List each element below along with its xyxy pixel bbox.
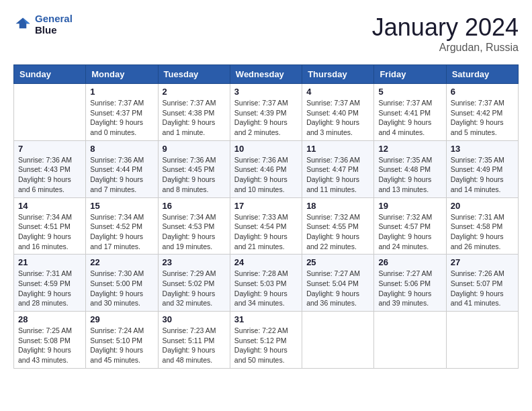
- calendar-cell: 2Sunrise: 7:37 AM Sunset: 4:38 PM Daylig…: [158, 84, 230, 141]
- day-number: 11: [306, 144, 369, 154]
- day-number: 25: [306, 257, 369, 267]
- day-number: 16: [163, 201, 226, 211]
- day-number: 29: [90, 314, 153, 324]
- day-number: 2: [163, 87, 226, 97]
- calendar-week-2: 14Sunrise: 7:34 AM Sunset: 4:51 PM Dayli…: [14, 197, 519, 255]
- calendar-cell: [14, 84, 86, 141]
- day-info: Sunrise: 7:37 AM Sunset: 4:38 PM Dayligh…: [163, 98, 226, 138]
- day-info: Sunrise: 7:37 AM Sunset: 4:42 PM Dayligh…: [451, 98, 514, 138]
- day-info: Sunrise: 7:34 AM Sunset: 4:53 PM Dayligh…: [163, 212, 226, 252]
- day-info: Sunrise: 7:35 AM Sunset: 4:48 PM Dayligh…: [378, 155, 441, 195]
- calendar-cell: 14Sunrise: 7:34 AM Sunset: 4:51 PM Dayli…: [14, 197, 86, 255]
- day-number: 20: [451, 201, 514, 211]
- day-info: Sunrise: 7:34 AM Sunset: 4:51 PM Dayligh…: [18, 212, 81, 252]
- calendar-cell: 18Sunrise: 7:32 AM Sunset: 4:55 PM Dayli…: [302, 197, 374, 255]
- calendar-cell: 8Sunrise: 7:36 AM Sunset: 4:44 PM Daylig…: [86, 140, 158, 197]
- day-info: Sunrise: 7:33 AM Sunset: 4:54 PM Dayligh…: [234, 212, 298, 252]
- day-info: Sunrise: 7:22 AM Sunset: 5:12 PM Dayligh…: [234, 326, 298, 365]
- page-header: General Blue January 2024 Argudan, Russi…: [13, 13, 519, 54]
- calendar-cell: 11Sunrise: 7:36 AM Sunset: 4:47 PM Dayli…: [302, 140, 374, 197]
- day-info: Sunrise: 7:37 AM Sunset: 4:37 PM Dayligh…: [90, 98, 153, 138]
- day-info: Sunrise: 7:36 AM Sunset: 4:43 PM Dayligh…: [18, 155, 81, 195]
- day-number: 18: [306, 201, 369, 211]
- day-info: Sunrise: 7:37 AM Sunset: 4:41 PM Dayligh…: [378, 98, 441, 138]
- day-info: Sunrise: 7:34 AM Sunset: 4:52 PM Dayligh…: [90, 212, 153, 252]
- day-number: 8: [90, 144, 153, 154]
- day-number: 7: [18, 144, 81, 154]
- calendar-cell: 1Sunrise: 7:37 AM Sunset: 4:37 PM Daylig…: [86, 84, 158, 141]
- calendar-cell: 25Sunrise: 7:27 AM Sunset: 5:04 PM Dayli…: [302, 255, 374, 312]
- logo-line2: Blue: [35, 25, 73, 36]
- day-number: 10: [234, 144, 298, 154]
- day-info: Sunrise: 7:27 AM Sunset: 5:04 PM Dayligh…: [306, 269, 369, 308]
- calendar-cell: 19Sunrise: 7:32 AM Sunset: 4:57 PM Dayli…: [374, 197, 446, 255]
- day-info: Sunrise: 7:36 AM Sunset: 4:44 PM Dayligh…: [90, 155, 153, 195]
- calendar-cell: 20Sunrise: 7:31 AM Sunset: 4:58 PM Dayli…: [446, 197, 518, 255]
- calendar-cell: 26Sunrise: 7:27 AM Sunset: 5:06 PM Dayli…: [374, 255, 446, 312]
- calendar-week-3: 21Sunrise: 7:31 AM Sunset: 4:59 PM Dayli…: [14, 255, 519, 312]
- header-day-friday: Friday: [374, 65, 446, 84]
- calendar-cell: 16Sunrise: 7:34 AM Sunset: 4:53 PM Dayli…: [158, 197, 230, 255]
- calendar-cell: 22Sunrise: 7:30 AM Sunset: 5:00 PM Dayli…: [86, 255, 158, 312]
- day-info: Sunrise: 7:36 AM Sunset: 4:46 PM Dayligh…: [234, 155, 298, 195]
- day-info: Sunrise: 7:25 AM Sunset: 5:08 PM Dayligh…: [18, 326, 81, 365]
- day-info: Sunrise: 7:27 AM Sunset: 5:06 PM Dayligh…: [378, 269, 441, 308]
- day-info: Sunrise: 7:32 AM Sunset: 4:55 PM Dayligh…: [306, 212, 369, 252]
- calendar-cell: 12Sunrise: 7:35 AM Sunset: 4:48 PM Dayli…: [374, 140, 446, 197]
- day-number: 30: [163, 314, 226, 324]
- day-info: Sunrise: 7:29 AM Sunset: 5:02 PM Dayligh…: [163, 269, 226, 308]
- day-number: 21: [18, 257, 81, 267]
- calendar-cell: 17Sunrise: 7:33 AM Sunset: 4:54 PM Dayli…: [230, 197, 302, 255]
- header-day-thursday: Thursday: [302, 65, 374, 84]
- calendar-cell: 29Sunrise: 7:24 AM Sunset: 5:10 PM Dayli…: [86, 312, 158, 369]
- calendar-cell: 27Sunrise: 7:26 AM Sunset: 5:07 PM Dayli…: [446, 255, 518, 312]
- header-day-saturday: Saturday: [446, 65, 518, 84]
- calendar-cell: 9Sunrise: 7:36 AM Sunset: 4:45 PM Daylig…: [158, 140, 230, 197]
- day-info: Sunrise: 7:32 AM Sunset: 4:57 PM Dayligh…: [378, 212, 441, 252]
- calendar-week-0: 1Sunrise: 7:37 AM Sunset: 4:37 PM Daylig…: [14, 84, 519, 141]
- day-info: Sunrise: 7:36 AM Sunset: 4:45 PM Dayligh…: [163, 155, 226, 195]
- calendar-cell: 23Sunrise: 7:29 AM Sunset: 5:02 PM Dayli…: [158, 255, 230, 312]
- day-info: Sunrise: 7:36 AM Sunset: 4:47 PM Dayligh…: [306, 155, 369, 195]
- day-number: 9: [163, 144, 226, 154]
- day-number: 17: [234, 201, 298, 211]
- calendar-cell: [302, 312, 374, 369]
- location: Argudan, Russia: [372, 42, 519, 54]
- logo-line1: General: [35, 13, 73, 24]
- day-number: 15: [90, 201, 153, 211]
- day-info: Sunrise: 7:30 AM Sunset: 5:00 PM Dayligh…: [90, 269, 153, 308]
- title-block: January 2024 Argudan, Russia: [372, 13, 519, 54]
- calendar-week-4: 28Sunrise: 7:25 AM Sunset: 5:08 PM Dayli…: [14, 312, 519, 369]
- calendar-cell: 7Sunrise: 7:36 AM Sunset: 4:43 PM Daylig…: [14, 140, 86, 197]
- calendar-cell: 31Sunrise: 7:22 AM Sunset: 5:12 PM Dayli…: [230, 312, 302, 369]
- calendar-cell: [374, 312, 446, 369]
- calendar-cell: 3Sunrise: 7:37 AM Sunset: 4:39 PM Daylig…: [230, 84, 302, 141]
- calendar-week-1: 7Sunrise: 7:36 AM Sunset: 4:43 PM Daylig…: [14, 140, 519, 197]
- calendar-cell: [446, 312, 518, 369]
- logo: General Blue: [13, 13, 73, 36]
- calendar-cell: 21Sunrise: 7:31 AM Sunset: 4:59 PM Dayli…: [14, 255, 86, 312]
- day-info: Sunrise: 7:37 AM Sunset: 4:40 PM Dayligh…: [306, 98, 369, 138]
- header-day-monday: Monday: [86, 65, 158, 84]
- day-number: 19: [378, 201, 441, 211]
- calendar-table: SundayMondayTuesdayWednesdayThursdayFrid…: [13, 64, 519, 369]
- day-number: 4: [306, 87, 369, 97]
- calendar-cell: 6Sunrise: 7:37 AM Sunset: 4:42 PM Daylig…: [446, 84, 518, 141]
- day-number: 27: [451, 257, 514, 267]
- month-title: January 2024: [372, 13, 519, 42]
- day-info: Sunrise: 7:28 AM Sunset: 5:03 PM Dayligh…: [234, 269, 298, 308]
- day-info: Sunrise: 7:31 AM Sunset: 4:59 PM Dayligh…: [18, 269, 81, 308]
- calendar-cell: 5Sunrise: 7:37 AM Sunset: 4:41 PM Daylig…: [374, 84, 446, 141]
- header-day-tuesday: Tuesday: [158, 65, 230, 84]
- calendar-cell: 28Sunrise: 7:25 AM Sunset: 5:08 PM Dayli…: [14, 312, 86, 369]
- calendar-cell: 24Sunrise: 7:28 AM Sunset: 5:03 PM Dayli…: [230, 255, 302, 312]
- day-number: 31: [234, 314, 298, 324]
- day-number: 26: [378, 257, 441, 267]
- day-number: 22: [90, 257, 153, 267]
- calendar-cell: 15Sunrise: 7:34 AM Sunset: 4:52 PM Dayli…: [86, 197, 158, 255]
- calendar-cell: 13Sunrise: 7:35 AM Sunset: 4:49 PM Dayli…: [446, 140, 518, 197]
- calendar-cell: 30Sunrise: 7:23 AM Sunset: 5:11 PM Dayli…: [158, 312, 230, 369]
- day-number: 6: [451, 87, 514, 97]
- calendar-header-row: SundayMondayTuesdayWednesdayThursdayFrid…: [14, 65, 519, 84]
- day-info: Sunrise: 7:26 AM Sunset: 5:07 PM Dayligh…: [451, 269, 514, 308]
